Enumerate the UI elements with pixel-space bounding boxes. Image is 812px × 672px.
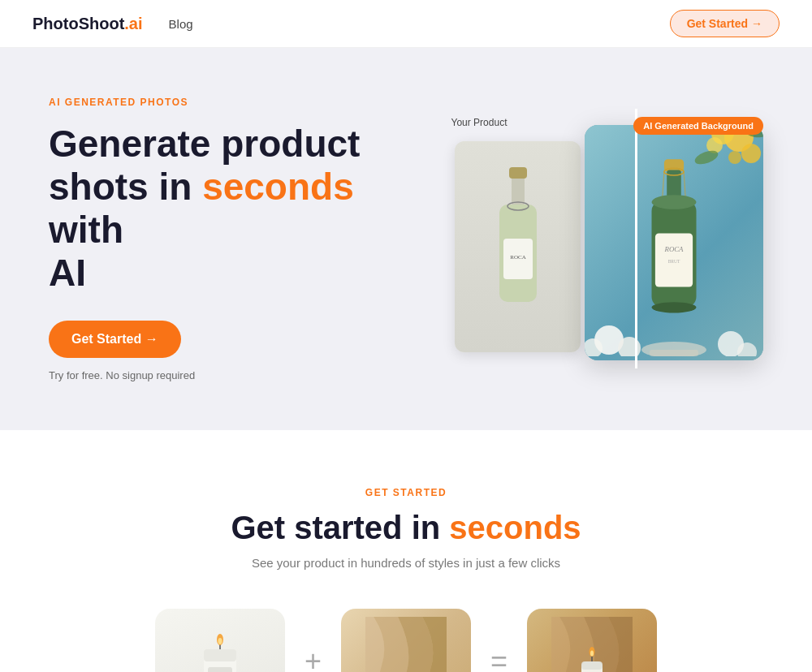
svg-rect-36 — [208, 667, 232, 672]
after-bg: ROCA BRUT — [585, 125, 763, 360]
svg-point-19 — [652, 195, 697, 209]
hero-headline-orange: seconds — [202, 166, 354, 208]
section2-headline-orange: seconds — [449, 510, 581, 545]
before-bg: ROCA — [455, 141, 581, 352]
hero-image-area: Your Product AI Generated Background — [455, 109, 763, 368]
flowers-bottom-svg — [585, 308, 763, 356]
step1-item: MUSE Upload your product — [155, 609, 285, 672]
svg-point-10 — [728, 151, 741, 164]
step3-image: MUSE — [527, 609, 657, 672]
svg-rect-30 — [650, 350, 698, 356]
hero-section: AI GENERATED PHOTOS Generate productshot… — [0, 48, 812, 430]
navbar: PhotoShoot.ai Blog Get Started → — [0, 0, 812, 48]
svg-text:BRUT: BRUT — [668, 259, 680, 264]
after-scene: ROCA BRUT — [585, 125, 763, 360]
step3-item: MUSE Instant results! — [527, 609, 657, 672]
result-svg: MUSE — [551, 617, 633, 672]
svg-point-35 — [218, 638, 222, 644]
hero-cta-button[interactable]: Get Started → — [49, 321, 181, 358]
logo-suffix: .ai — [124, 15, 142, 32]
bottle-plain-svg: ROCA — [490, 166, 546, 328]
svg-rect-32 — [204, 649, 236, 661]
svg-rect-42 — [581, 661, 603, 670]
svg-rect-1 — [509, 167, 527, 179]
logo: PhotoShoot.ai — [32, 15, 143, 33]
steps-row: MUSE Upload your product + — [32, 609, 780, 672]
section2: GET STARTED Get started in seconds See y… — [0, 430, 812, 672]
style-svg — [365, 617, 447, 672]
step-plus: + — [304, 644, 322, 672]
section2-sub: See your product in hundreds of styles i… — [32, 556, 780, 570]
hero-left: AI GENERATED PHOTOS Generate productshot… — [49, 97, 422, 381]
hero-headline-text2: withAI — [49, 209, 123, 294]
blog-link[interactable]: Blog — [169, 17, 193, 31]
hero-sub-text: Try for free. No signup required — [49, 369, 422, 381]
result-bg: MUSE — [527, 609, 657, 672]
hero-headline: Generate productshots in seconds withAI — [49, 123, 422, 295]
ai-badge: AI Generated Background — [633, 117, 763, 135]
logo-text: PhotoShoot — [32, 15, 124, 32]
svg-text:ROCA: ROCA — [664, 245, 685, 253]
candle-plain-bg: MUSE — [155, 609, 285, 672]
section2-tag: GET STARTED — [32, 487, 780, 498]
nav-left: PhotoShoot.ai Blog — [32, 15, 193, 33]
step-equals: = — [490, 644, 508, 672]
svg-point-45 — [590, 650, 594, 656]
nav-cta-button[interactable]: Get Started → — [670, 10, 780, 37]
step1-image: MUSE — [155, 609, 285, 672]
svg-line-17 — [684, 172, 685, 199]
style-bg — [341, 609, 471, 672]
svg-point-8 — [741, 144, 761, 163]
candle-plain-svg: MUSE — [192, 625, 248, 672]
hero-tag: AI GENERATED PHOTOS — [49, 97, 422, 108]
divider-line — [635, 109, 637, 368]
svg-line-16 — [663, 172, 664, 199]
step2-item: Choose a Style — [341, 609, 471, 672]
product-label: Your Product — [451, 117, 508, 128]
hero-img-container: Your Product AI Generated Background — [455, 109, 763, 368]
section2-headline-text: Get started in — [231, 510, 449, 545]
svg-text:ROCA: ROCA — [510, 254, 525, 261]
step2-image — [341, 609, 471, 672]
before-scene: ROCA — [455, 141, 581, 352]
section2-headline: Get started in seconds — [32, 510, 780, 546]
